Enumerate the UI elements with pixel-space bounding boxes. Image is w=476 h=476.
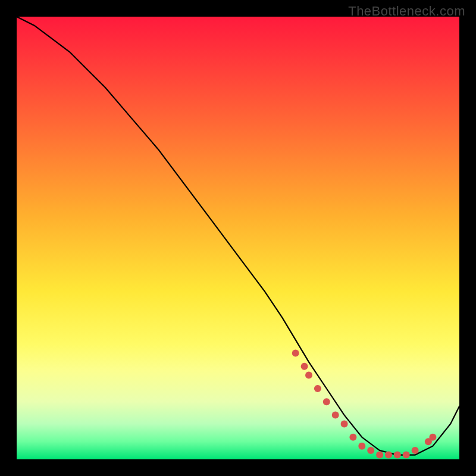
marker-dot [332, 412, 339, 419]
chart-frame: TheBottleneck.com [0, 0, 476, 476]
bottleneck-curve [17, 17, 459, 455]
marker-dot [376, 452, 383, 459]
plot-area [17, 17, 459, 459]
marker-dot [394, 452, 401, 459]
marker-dot [323, 398, 330, 405]
marker-dot [349, 434, 356, 441]
marker-dot [429, 434, 436, 441]
marker-dot [305, 372, 312, 379]
marker-dot [358, 443, 365, 450]
marker-dot [367, 447, 374, 454]
marker-dot [403, 452, 410, 459]
marker-dot [292, 349, 299, 356]
marker-group [292, 349, 437, 458]
marker-dot [412, 447, 419, 454]
marker-dot [341, 421, 348, 428]
curve-overlay [17, 17, 459, 459]
marker-dot [385, 452, 392, 459]
marker-dot [314, 385, 321, 392]
marker-dot [301, 363, 308, 370]
